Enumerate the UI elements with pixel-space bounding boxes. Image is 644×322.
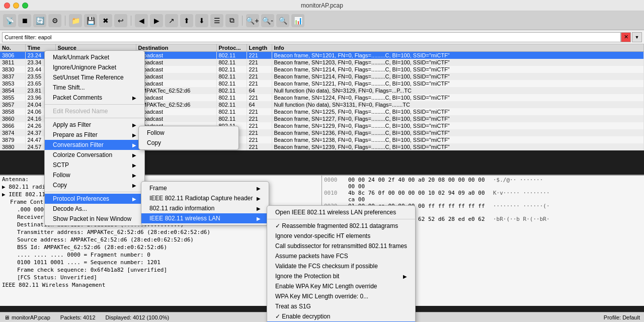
status-file: 🖥 monitorAP.pcap [4, 314, 50, 320]
toolbar-wifi-icon[interactable]: 📡 [3, 14, 16, 27]
menu-item-colorize-conversation[interactable]: Colorize Conversation [45, 150, 144, 160]
toolbar-open-icon[interactable]: 📁 [69, 14, 82, 27]
toolbar-list-icon[interactable]: ☰ [210, 14, 223, 27]
col-dest: Destination [136, 44, 216, 52]
toolbar-zoom-out-icon[interactable]: 🔍- [261, 14, 274, 27]
toolbar-sep-3 [242, 16, 243, 26]
toolbar-save-icon[interactable]: 💾 [84, 14, 97, 27]
menu-item-mark-unmark-packet[interactable]: Mark/Unmark Packet [45, 52, 144, 62]
menu-item-reassemble-fragmented-802-11-datagrams[interactable]: ✓ Reassemble fragmented 802.11 datagrams [267, 221, 415, 231]
menu-item-ignore-vendor-specific-ht-elements[interactable]: Ignore vendor-specific HT elements [267, 231, 415, 241]
filter-clear-button[interactable]: ✕ [621, 32, 631, 42]
maximize-button[interactable] [22, 3, 28, 9]
filter-dropdown-button[interactable]: ▼ [632, 32, 642, 42]
toolbar-cols-icon[interactable]: ⧉ [225, 14, 238, 27]
menu-item-ignore-the-protection-bit[interactable]: Ignore the Protection bit [267, 271, 415, 281]
menu-item-assume-packets-have-fcs[interactable]: Assume packets have FCS [267, 251, 415, 261]
toolbar-reload-icon[interactable]: 🔄 [33, 14, 46, 27]
status-displayed: Displayed: 4012 (100.0%) [106, 314, 170, 320]
menu-item-copy[interactable]: Copy [45, 180, 144, 190]
menu-separator [267, 219, 415, 219]
menu-item-copy[interactable]: Copy [139, 138, 238, 148]
toolbar-up-icon[interactable]: ⬆ [180, 14, 193, 27]
menu-item-enable-wpa-key-mic-length-override[interactable]: Enable WPA Key MIC Length override [267, 281, 415, 291]
minimize-button[interactable] [13, 3, 19, 9]
menu-item-802-11-radio-information[interactable]: 802.11 radio information [141, 203, 269, 213]
menu-item-ieee-802-11-wireless-lan[interactable]: IEEE 802.11 wireless LAN [141, 213, 269, 223]
menu-item-treat-as-s1g[interactable]: Treat as S1G [267, 301, 415, 311]
context-menu-l1: Mark/Unmark PacketIgnore/Unignore Packet… [44, 50, 145, 226]
menu-item-sctp[interactable]: SCTP [45, 160, 144, 170]
menu-item-prepare-as-filter[interactable]: Prepare as Filter [45, 130, 144, 140]
menu-item-packet-comments[interactable]: Packet Comments [45, 93, 144, 103]
menu-separator [45, 192, 144, 192]
menu-item-ieee-802-11-radiotap-capture-header[interactable]: IEEE 802.11 Radiotap Capture header [141, 193, 269, 203]
context-menu-ieee80211: Open IEEE 802.11 wireless LAN preference… [267, 205, 416, 322]
filterbar: ✕ ▼ [0, 30, 644, 44]
filter-input[interactable] [2, 32, 621, 42]
menu-item-frame[interactable]: Frame [141, 183, 269, 193]
menu-item-wpa-key-mic-length-override-0-[interactable]: WPA Key MIC Length override: 0... [267, 291, 415, 301]
titlebar: monitorAP.pcap [0, 0, 644, 11]
toolbar-chart-icon[interactable]: 📊 [291, 14, 304, 27]
menu-item-open-ieee-802-11-wireless-lan-preference[interactable]: Open IEEE 802.11 wireless LAN preference… [267, 207, 415, 217]
col-no: No. [0, 44, 25, 52]
menu-item-edit-resolved-name: Edit Resolved Name [45, 106, 144, 116]
menu-item-validate-the-fcs-checksum-if-possible[interactable]: Validate the FCS checksum if possible [267, 261, 415, 271]
context-menu-protocol-preferences: FrameIEEE 802.11 Radiotap Capture header… [141, 181, 269, 225]
status-packets: Packets: 4012 [60, 314, 96, 320]
toolbar-down-icon[interactable]: ⬇ [195, 14, 208, 27]
window-controls [4, 3, 28, 9]
toolbar-zoom-reset-icon[interactable]: 🔍 [276, 14, 289, 27]
status-filename: monitorAP.pcap [12, 314, 50, 320]
menu-item-protocol-preferences[interactable]: Protocol Preferences [45, 194, 144, 204]
toolbar-settings-icon[interactable]: ⚙ [48, 14, 61, 27]
menu-item-time-shift-[interactable]: Time Shift... [45, 83, 144, 93]
status-profile: Profile: Default [604, 314, 640, 320]
status-file-icon: 🖥 [4, 314, 10, 320]
toolbar-reload2-icon[interactable]: ↩ [114, 14, 127, 27]
menu-separator [45, 118, 144, 118]
menu-separator [45, 104, 144, 105]
hex-row: 00104b 8c 76 0f 00 00 00 00 10 02 94 09 … [324, 190, 642, 203]
window-title: monitorAP.pcap [301, 2, 343, 9]
toolbar-goto-icon[interactable]: ↗ [165, 14, 178, 27]
menu-item-call-subdissector-for-retransmitted-802-[interactable]: Call subdissector for retransmitted 802.… [267, 241, 415, 251]
col-proto: Protoc... [216, 44, 247, 52]
menu-item-set-unset-time-reference[interactable]: Set/Unset Time Reference [45, 72, 144, 83]
menu-item-follow[interactable]: Follow [45, 170, 144, 180]
menu-item-follow[interactable]: Follow [139, 128, 238, 138]
toolbar-zoom-in-icon[interactable]: 🔍+ [246, 14, 259, 27]
col-info: Info [272, 44, 644, 52]
menu-item-apply-as-filter[interactable]: Apply as Filter [45, 120, 144, 130]
toolbar-forward-icon[interactable]: ▶ [150, 14, 163, 27]
close-button[interactable] [4, 3, 10, 9]
menu-item-show-packet-in-new-window[interactable]: Show Packet in New Window [45, 214, 144, 224]
context-menu-conversation-filter: FollowCopy [138, 126, 239, 150]
menu-item-decode-as-[interactable]: Decode As... [45, 204, 144, 214]
menu-item-conversation-filter[interactable]: Conversation Filter [45, 140, 144, 150]
toolbar-close-icon[interactable]: ✖ [99, 14, 112, 27]
toolbar-sep-1 [65, 16, 65, 26]
menu-item-enable-decryption[interactable]: ✓ Enable decryption [267, 311, 415, 321]
toolbar-back-icon[interactable]: ◀ [135, 14, 148, 27]
col-len: Length [247, 44, 272, 52]
hex-row: 000000 00 24 00 2f 40 00 a0 20 08 00 00 … [324, 177, 642, 190]
toolbar-stop-icon[interactable]: ⏹ [18, 14, 31, 27]
toolbar: 📡 ⏹ 🔄 ⚙ 📁 💾 ✖ ↩ ◀ ▶ ↗ ⬆ ⬇ ☰ ⧉ 🔍+ 🔍- 🔍 📊 [0, 11, 644, 30]
menu-item-ignore-unignore-packet[interactable]: Ignore/Unignore Packet [45, 62, 144, 72]
toolbar-sep-2 [131, 16, 131, 26]
